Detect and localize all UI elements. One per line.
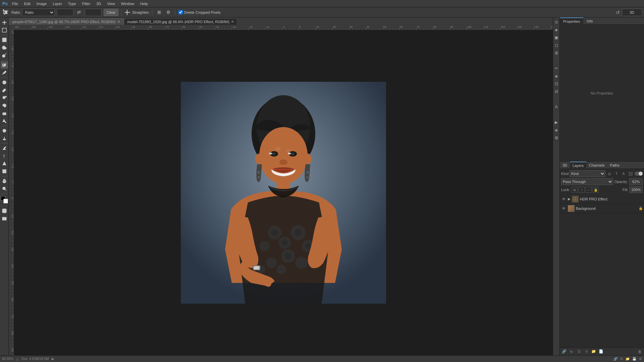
- lock-all-button[interactable]: 🔒: [593, 187, 599, 193]
- grid-button[interactable]: ⊞: [155, 9, 163, 16]
- new-fill-layer-button[interactable]: ⊙: [583, 349, 589, 355]
- layer-vis-background[interactable]: 👁: [561, 206, 567, 211]
- lock-paint-button[interactable]: /: [579, 187, 585, 193]
- delete-layer-button[interactable]: 🗑: [637, 349, 643, 355]
- eyedropper-tool[interactable]: [1, 69, 8, 76]
- healing-tool[interactable]: [1, 79, 8, 86]
- fill-input[interactable]: [629, 186, 643, 193]
- filter-icon-square[interactable]: ⬛: [628, 171, 634, 177]
- photo-canvas[interactable]: [181, 82, 386, 304]
- status-arrow-button[interactable]: ▶: [52, 357, 54, 361]
- eraser-tool[interactable]: [1, 110, 8, 117]
- rotate-view-button[interactable]: ↺: [616, 10, 620, 15]
- filter-icon-a[interactable]: A: [621, 171, 627, 177]
- status-save-button[interactable]: 💾: [632, 357, 636, 361]
- tab-layers[interactable]: Layers: [570, 162, 586, 169]
- right-strip-btn-5[interactable]: ⊞: [553, 50, 560, 56]
- kind-select[interactable]: Kind: [570, 170, 605, 177]
- right-strip-btn-2[interactable]: ◈: [553, 26, 560, 33]
- tab-3d[interactable]: 3D: [560, 162, 570, 169]
- canvas-main-viewport[interactable]: [14, 30, 553, 355]
- tab-0-close[interactable]: ✕: [117, 20, 120, 23]
- move-tool[interactable]: [1, 19, 8, 26]
- ratio-width-input[interactable]: [57, 9, 73, 16]
- right-strip-btn-3[interactable]: ▣: [553, 34, 560, 41]
- status-folder-button[interactable]: 📁: [626, 357, 630, 361]
- right-strip-btn-10[interactable]: A: [553, 104, 560, 110]
- artboard-tool[interactable]: [1, 26, 8, 34]
- lock-transparent-button[interactable]: ⊞: [572, 187, 578, 193]
- dodge-tool[interactable]: [1, 135, 8, 142]
- status-link-icon[interactable]: 🔗: [613, 357, 618, 361]
- status-settings-button[interactable]: ⚙: [639, 357, 642, 361]
- pen-tool[interactable]: [1, 144, 8, 152]
- layer-item-background[interactable]: 👁 Background 🔒: [560, 204, 644, 213]
- filter-toggle[interactable]: [635, 172, 643, 176]
- swap-dimensions-button[interactable]: ⇄: [75, 9, 83, 16]
- quick-mask-tool[interactable]: [1, 207, 8, 215]
- menu-file[interactable]: File: [9, 1, 21, 6]
- tab-1-close[interactable]: ✕: [231, 20, 234, 23]
- settings-button[interactable]: ⚙: [165, 9, 172, 16]
- filter-icon-circle[interactable]: ◎: [606, 171, 612, 177]
- clear-button[interactable]: Clear: [104, 9, 118, 16]
- menu-edit[interactable]: Edit: [21, 1, 33, 6]
- tab-info[interactable]: Info: [583, 17, 596, 25]
- new-layer-button[interactable]: 📄: [598, 349, 604, 355]
- color-swatches[interactable]: [1, 196, 8, 203]
- blur-tool[interactable]: [1, 127, 8, 134]
- layer-vis-hdr[interactable]: 👁: [561, 196, 567, 202]
- right-strip-btn-11[interactable]: ▶: [553, 119, 560, 126]
- quick-select-tool[interactable]: [1, 52, 8, 59]
- screen-mode-tool[interactable]: [1, 215, 8, 222]
- tab-paths[interactable]: Paths: [607, 162, 622, 169]
- lock-position-button[interactable]: ↔: [586, 187, 592, 193]
- path-select-tool[interactable]: [1, 160, 8, 167]
- tab-properties[interactable]: Properties: [560, 17, 583, 25]
- zoom-tool[interactable]: [1, 185, 8, 192]
- ratio-height-input[interactable]: [85, 9, 102, 16]
- right-strip-btn-12[interactable]: ◈: [553, 127, 560, 133]
- menu-help[interactable]: Help: [138, 1, 151, 6]
- tab-0[interactable]: people-875617_1280.jpg @ 66.7% (HDR PRO …: [9, 18, 124, 25]
- tab-channels[interactable]: Channels: [586, 162, 607, 169]
- right-strip-btn-1[interactable]: ⊙: [553, 19, 560, 25]
- menu-3d[interactable]: 3D: [94, 1, 104, 6]
- right-strip-btn-13[interactable]: ⊞: [553, 134, 560, 141]
- menu-type[interactable]: Type: [65, 1, 79, 6]
- right-strip-btn-4[interactable]: ◻: [553, 42, 560, 49]
- delete-cropped-label[interactable]: Delete Cropped Pixels: [178, 10, 220, 14]
- delete-cropped-checkbox[interactable]: [178, 10, 183, 14]
- right-strip-btn-8[interactable]: ⊡: [553, 80, 560, 87]
- new-group-button[interactable]: 📁: [591, 349, 597, 355]
- crop-tool[interactable]: [1, 61, 8, 69]
- ratio-select[interactable]: Ratio Original Ratio 1:1 Square 4:3 16:9: [22, 9, 55, 16]
- link-layers-button[interactable]: 🔗: [561, 349, 567, 355]
- menu-image[interactable]: Image: [34, 1, 50, 6]
- history-brush-tool[interactable]: [1, 102, 8, 109]
- right-strip-btn-9[interactable]: ⊟: [553, 88, 560, 95]
- right-strip-btn-7[interactable]: ◈: [553, 73, 560, 79]
- menu-layer[interactable]: Layer: [50, 1, 65, 6]
- 3d-display[interactable]: [622, 9, 642, 16]
- text-tool[interactable]: T: [1, 152, 8, 160]
- menu-view[interactable]: View: [104, 1, 118, 6]
- tab-1[interactable]: model-751983_1920.jpg @ 66.6% (HDR PRO E…: [124, 18, 237, 25]
- menu-window[interactable]: Window: [118, 1, 137, 6]
- shape-tool[interactable]: [1, 168, 8, 175]
- status-fx-button[interactable]: fx: [620, 357, 623, 361]
- marquee-tool[interactable]: [1, 36, 8, 44]
- layer-item-hdr[interactable]: 👁 ▶ HDR PRO Effect: [560, 194, 644, 204]
- layer-mask-button[interactable]: ⊡: [576, 349, 582, 355]
- clone-tool[interactable]: [1, 94, 8, 102]
- lasso-tool[interactable]: [1, 44, 8, 51]
- background-color[interactable]: [3, 199, 8, 203]
- menu-filter[interactable]: Filter: [79, 1, 93, 6]
- opacity-input[interactable]: [629, 178, 643, 185]
- paint-bucket-tool[interactable]: [1, 117, 8, 125]
- hand-tool[interactable]: [1, 177, 8, 185]
- right-strip-btn-6[interactable]: ✂: [553, 65, 560, 72]
- brush-tool[interactable]: [1, 86, 8, 94]
- blend-mode-select[interactable]: Pass Through Normal Multiply Screen Over…: [561, 178, 613, 185]
- filter-icon-t[interactable]: T: [613, 171, 620, 177]
